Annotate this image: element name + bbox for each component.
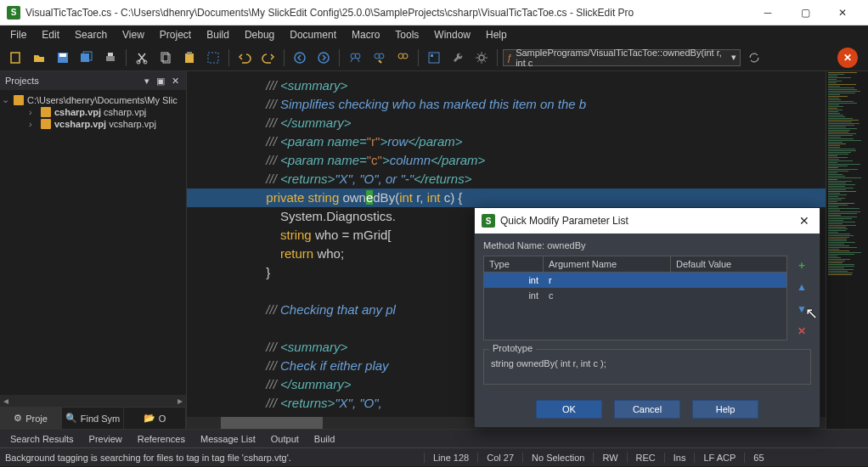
select-button[interactable] (203, 48, 223, 68)
save-button[interactable] (53, 48, 73, 68)
config-button[interactable] (424, 48, 444, 68)
menu-project[interactable]: Project (153, 27, 198, 42)
context-dropdown[interactable]: ƒ SamplePrograms/VisualTicTacToe::ownedB… (503, 49, 741, 66)
print-button[interactable] (100, 48, 121, 68)
menu-edit[interactable]: Edit (35, 27, 66, 42)
code-line[interactable]: /// <param name="r">row</param> (187, 132, 826, 151)
paste-button[interactable] (179, 48, 200, 68)
panel-pin-icon[interactable]: ▣ (155, 76, 166, 87)
bottom-tab-preview[interactable]: Preview (82, 432, 129, 446)
menu-document[interactable]: Document (283, 27, 343, 42)
context-text: SamplePrograms/VisualTicTacToe::ownedBy(… (516, 48, 731, 68)
find-prev-button[interactable] (392, 48, 413, 68)
svg-rect-12 (187, 52, 192, 54)
chevron-right-icon[interactable]: › (29, 119, 37, 129)
panel-close-icon[interactable]: ✕ (170, 76, 181, 87)
chevron-down-icon: ▾ (731, 52, 736, 63)
col-default[interactable]: Default Value (671, 256, 786, 272)
dialog-close-button[interactable]: ✕ (796, 214, 813, 228)
bottom-tab-message-list[interactable]: Message List (194, 432, 262, 446)
find-button[interactable] (345, 48, 365, 68)
sidebar-tab-o[interactable]: 📂O (124, 408, 186, 429)
open-button[interactable] (29, 48, 49, 68)
svg-rect-5 (106, 56, 115, 61)
param-type: int (484, 273, 544, 288)
gear-button[interactable] (471, 48, 492, 68)
tree-item[interactable]: ›csharp.vpj csharp.vpj (2, 106, 184, 118)
sidebar-tab-proje[interactable]: ⚙Proje (0, 408, 62, 429)
code-line[interactable]: /// <returns>"X", "O", or "-"</returns> (187, 170, 826, 188)
cancel-button[interactable]: Cancel (614, 400, 680, 419)
code-line[interactable]: /// <param name="c">column</param> (187, 151, 826, 170)
cut-button[interactable] (132, 48, 152, 68)
add-param-button[interactable]: ＋ (792, 256, 811, 274)
svg-rect-2 (59, 53, 66, 57)
param-default (671, 288, 786, 303)
code-line[interactable]: private string ownedBy(int r, int c) { (187, 188, 826, 207)
find-next-button[interactable] (369, 48, 389, 68)
ok-button[interactable]: OK (536, 400, 602, 419)
bottom-tab-references[interactable]: References (131, 432, 192, 446)
param-row[interactable]: intr (484, 273, 786, 288)
projects-tree[interactable]: ⌄ C:\Users\dhenry\Documents\My Slic ›csh… (0, 90, 186, 395)
menu-file[interactable]: File (3, 27, 33, 42)
tab-label: Find Sym (81, 414, 120, 424)
sidebar-hscrollbar[interactable]: ◂▸ (0, 395, 186, 407)
tree-root[interactable]: ⌄ C:\Users\dhenry\Documents\My Slic (2, 93, 184, 106)
code-line[interactable]: /// </summary> (187, 114, 826, 132)
refresh-button[interactable] (744, 48, 764, 68)
modify-parameter-dialog: S Quick Modify Parameter List ✕ Method N… (474, 207, 820, 428)
forward-button[interactable] (313, 48, 334, 68)
tab-icon: ⚙ (14, 413, 22, 424)
chevron-down-icon[interactable]: ⌄ (2, 94, 10, 105)
help-button[interactable]: Help (692, 400, 758, 419)
col-type[interactable]: Type (484, 256, 544, 272)
chevron-right-icon[interactable]: › (29, 107, 37, 117)
menu-macro[interactable]: Macro (345, 27, 386, 42)
dialog-icon: S (482, 214, 495, 228)
tab-icon: 📂 (144, 413, 155, 424)
save-all-button[interactable] (76, 48, 97, 68)
title-bar: S VisualTicTacToe.cs - C:\Users\dhenry\D… (0, 0, 868, 25)
wrench-button[interactable] (448, 48, 468, 68)
code-line[interactable]: /// <summary> (187, 76, 826, 95)
bottom-tab-output[interactable]: Output (264, 432, 306, 446)
back-button[interactable] (290, 48, 310, 68)
menu-debug[interactable]: Debug (238, 27, 281, 42)
new-file-button[interactable] (5, 48, 25, 68)
svg-rect-11 (185, 53, 194, 63)
projects-panel-title: Projects (5, 76, 39, 86)
move-up-button[interactable]: ▲ (792, 278, 811, 296)
menu-search[interactable]: Search (68, 27, 114, 42)
menu-view[interactable]: View (116, 27, 151, 42)
param-row[interactable]: intc (484, 288, 786, 303)
dialog-title-bar[interactable]: S Quick Modify Parameter List ✕ (475, 208, 820, 234)
panel-menu-icon[interactable]: ▾ (143, 76, 151, 87)
minimize-button[interactable]: ─ (749, 0, 786, 25)
undo-button[interactable] (234, 48, 255, 68)
status-ins: Ins (665, 453, 696, 463)
bottom-tab-search-results[interactable]: Search Results (3, 432, 81, 446)
tree-item[interactable]: ›vcsharp.vpj vcsharp.vpj (2, 118, 184, 130)
code-line[interactable]: /// Simplifies checking who has marked t… (187, 95, 826, 114)
dialog-title: Quick Modify Parameter List (500, 215, 796, 227)
menu-build[interactable]: Build (200, 27, 236, 42)
close-button[interactable]: ✕ (824, 0, 861, 25)
menu-help[interactable]: Help (479, 27, 514, 42)
sidebar-tab-find-sym[interactable]: 🔍Find Sym (62, 408, 124, 429)
col-arg[interactable]: Argument Name (544, 256, 671, 272)
minimap[interactable] (826, 71, 868, 429)
menu-window[interactable]: Window (427, 27, 477, 42)
maximize-button[interactable]: ▢ (786, 0, 824, 25)
status-bar: Background tagging is searching for file… (0, 447, 868, 466)
menu-tools[interactable]: Tools (388, 27, 426, 42)
svg-rect-22 (429, 53, 439, 63)
stop-button[interactable]: ✕ (837, 48, 858, 68)
parameter-table[interactable]: Type Argument Name Default Value intrint… (483, 256, 787, 340)
delete-param-button[interactable]: ✕ (792, 322, 811, 340)
bottom-tab-build[interactable]: Build (307, 432, 341, 446)
move-down-button[interactable]: ▼ (792, 300, 811, 318)
redo-button[interactable] (258, 48, 279, 68)
prototype-text: string ownedBy( int r, int c ); (491, 358, 803, 369)
copy-button[interactable] (155, 48, 176, 68)
